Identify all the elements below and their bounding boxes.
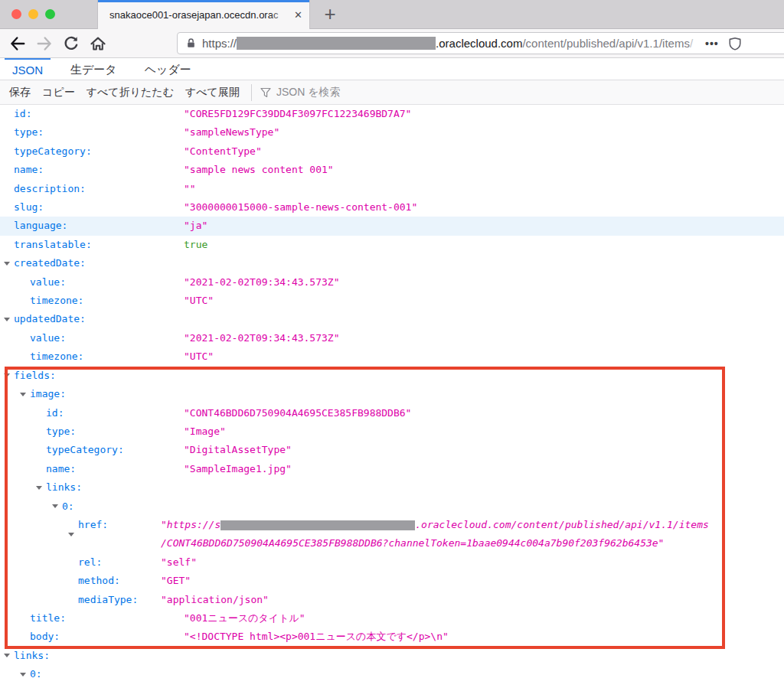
json-row-method: method:"GET" (0, 572, 784, 590)
json-row-image: image: (0, 385, 784, 403)
json-row-body: body:"<!DOCTYPE html><p>001ニュースの本文です</p>… (0, 628, 784, 646)
json-key: id: (14, 105, 31, 123)
collapse-toggle-icon[interactable] (51, 497, 62, 516)
json-row-createdDate: createdDate: (0, 254, 784, 272)
window-minimize-button[interactable] (28, 9, 38, 19)
bookmark-shield-icon[interactable] (728, 37, 742, 51)
json-value (184, 478, 784, 497)
json-value (184, 367, 784, 385)
json-key: typeCategory: (46, 441, 124, 459)
new-tab-button[interactable]: + (318, 2, 341, 28)
json-key: method: (78, 572, 120, 590)
url-path-fade: / (690, 37, 693, 50)
forward-button[interactable] (36, 35, 53, 52)
json-value: "2021-02-02T09:34:43.573Z" (184, 329, 784, 347)
back-button[interactable] (9, 35, 26, 52)
json-row-id: id:"CORE5FD129FC39DD4F3097FC1223469BD7A7… (0, 105, 784, 123)
url-path: /content/published/api/v1.1/items (522, 37, 689, 50)
json-key: value: (30, 273, 66, 292)
json-row-updatedDate: updatedDate: (0, 310, 784, 328)
json-value: "GET" (161, 572, 784, 590)
json-row-timezone: timezone:"UTC" (0, 347, 784, 366)
url-domain: .oraclecloud.com (436, 37, 522, 50)
filter-funnel-icon (260, 87, 271, 98)
json-viewer-toolbar: 保存 コピー すべて折りたたむ すべて展開 JSON を検索 (0, 80, 784, 105)
json-key: translatable: (14, 236, 92, 254)
collapse-toggle-icon[interactable] (35, 478, 46, 497)
json-row-links: links: (0, 478, 784, 497)
collapse-toggle-icon[interactable] (67, 516, 78, 553)
json-value: "self" (161, 553, 784, 572)
json-row-name: name:"SampleImage1.jpg" (0, 460, 784, 478)
json-key: rel: (78, 553, 102, 572)
collapse-toggle-icon[interactable] (3, 254, 14, 272)
collapse-toggle-icon[interactable] (3, 310, 14, 328)
json-value: "CONT46BDD6D750904A4695CE385FB988DDB6" (184, 404, 784, 422)
collapse-toggle-icon[interactable] (3, 647, 14, 665)
collapse-toggle-icon[interactable] (19, 665, 30, 683)
toolbar-separator (251, 84, 252, 101)
json-row-name: name:"sample news content 001" (0, 161, 784, 179)
json-value: "<!DOCTYPE html><p>001ニュースの本文です</p>\n" (184, 628, 784, 646)
collapse-toggle-icon[interactable] (3, 367, 14, 385)
tab-json[interactable]: JSON (5, 58, 51, 80)
json-value: "DigitalAssetType" (184, 441, 784, 459)
json-viewer-tabstrip: JSON 生データ ヘッダー (0, 58, 784, 80)
json-key: language: (14, 217, 67, 235)
window-zoom-button[interactable] (45, 9, 55, 19)
reload-button[interactable] (63, 35, 80, 52)
json-value: "" (184, 180, 784, 198)
home-button[interactable] (90, 35, 106, 52)
json-value: "UTC" (184, 292, 784, 310)
json-row-type: type:"sampleNewsType" (0, 123, 784, 142)
json-value: "SampleImage1.jpg" (184, 460, 784, 478)
url-scheme: https:// (202, 37, 237, 50)
tab-title: snakaoce001-orasejapan.ocecdn.orac (109, 9, 289, 21)
json-row-links: links: (0, 647, 784, 665)
json-row-rel: rel:"self" (0, 553, 784, 572)
tab-raw-data[interactable]: 生データ (63, 58, 125, 80)
json-key: updatedDate: (14, 310, 86, 328)
tab-close-icon[interactable]: ✕ (294, 9, 302, 21)
json-value: "ContentType" (184, 142, 784, 161)
json-value: "Image" (184, 422, 784, 441)
json-key: 0: (62, 497, 74, 516)
expand-all-button[interactable]: すべて展開 (185, 86, 240, 99)
copy-button[interactable]: コピー (42, 86, 75, 99)
json-row-language: language:"ja" (0, 217, 784, 235)
json-key: timezone: (30, 292, 83, 310)
page-actions-menu-icon[interactable]: ••• (705, 37, 719, 50)
json-value: "3000000015000-sample-news-content-001" (184, 198, 784, 217)
json-filter-input[interactable]: JSON を検索 (260, 86, 341, 99)
browser-tab[interactable]: snakaoce001-orasejapan.ocecdn.orac ✕ (97, 0, 310, 29)
json-key: type: (46, 422, 76, 441)
collapse-all-button[interactable]: すべて折りたたむ (87, 86, 174, 99)
json-value: "https://s.oraclecloud.com/content/publi… (161, 516, 784, 553)
json-row-title: title:"001ニュースのタイトル" (0, 609, 784, 628)
json-row-timezone: timezone:"UTC" (0, 292, 784, 310)
window-close-button[interactable] (11, 9, 21, 19)
json-value (184, 385, 784, 403)
url-bar[interactable]: https:// .oraclecloud.com /content/publi… (177, 32, 784, 54)
json-value (184, 665, 784, 683)
json-key: id: (46, 404, 64, 422)
navigation-toolbar: https:// .oraclecloud.com /content/publi… (0, 29, 784, 58)
json-row-value: value:"2021-02-02T09:34:43.573Z" (0, 329, 784, 347)
json-value: "CORE5FD129FC39DD4F3097FC1223469BD7A7" (184, 105, 784, 123)
save-button[interactable]: 保存 (9, 86, 31, 99)
json-key: mediaType: (78, 591, 138, 609)
json-key: body: (30, 628, 60, 646)
json-key: description: (14, 180, 86, 198)
json-value (184, 647, 784, 665)
json-key: links: (14, 647, 50, 665)
json-key: href: (78, 516, 108, 553)
json-tree: id:"CORE5FD129FC39DD4F3097FC1223469BD7A7… (0, 105, 784, 688)
json-key: 0: (30, 665, 42, 683)
json-row-slug: slug:"3000000015000-sample-news-content-… (0, 198, 784, 217)
json-row-fields: fields: (0, 367, 784, 385)
json-row-id: id:"CONT46BDD6D750904A4695CE385FB988DDB6… (0, 404, 784, 422)
tab-headers[interactable]: ヘッダー (137, 58, 199, 80)
collapse-toggle-icon[interactable] (19, 385, 30, 403)
json-value: "sampleNewsType" (184, 123, 784, 142)
json-value: "application/json" (161, 591, 784, 609)
